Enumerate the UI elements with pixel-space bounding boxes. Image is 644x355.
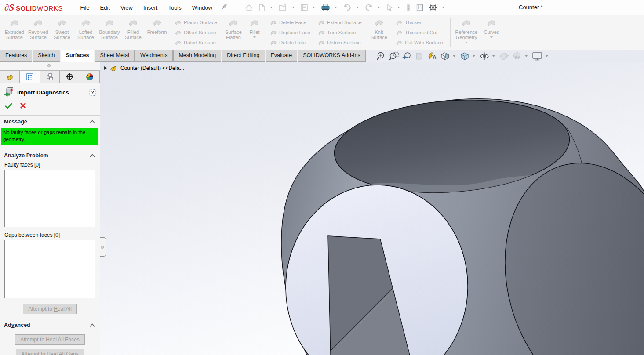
select-button[interactable]: [384, 2, 395, 13]
properties-button[interactable]: [414, 2, 426, 13]
tab-mesh-modeling[interactable]: Mesh Modeling: [173, 50, 221, 62]
ribbon-curves-button[interactable]: Curves: [480, 15, 502, 50]
print-dropdown[interactable]: [335, 7, 337, 8]
faulty-faces-list[interactable]: [4, 170, 95, 227]
ribbon-extruded-surface-button[interactable]: Extruded Surface: [3, 15, 26, 50]
open-dropdown[interactable]: [292, 7, 295, 8]
print-button[interactable]: [319, 2, 332, 13]
view-orientation-dropdown[interactable]: [453, 55, 455, 57]
ribbon-replace-face-button[interactable]: Replace Face: [270, 28, 310, 37]
tab-sheet-metal[interactable]: Sheet Metal: [95, 50, 135, 62]
featuremanager-tab[interactable]: [0, 71, 20, 83]
redo-button[interactable]: [363, 2, 375, 13]
menu-tools[interactable]: Tools: [163, 1, 186, 14]
ribbon-thickened-cut-button[interactable]: Thickened Cut: [396, 28, 447, 37]
previous-view-icon[interactable]: [400, 51, 413, 62]
tab-weldments[interactable]: Weldments: [135, 50, 173, 62]
dimxpertmanager-tab[interactable]: [60, 71, 80, 83]
tab-sketch[interactable]: Sketch: [33, 50, 60, 62]
analyze-problem-group-header[interactable]: Analyze Problem: [0, 149, 100, 161]
options-gear-button[interactable]: [427, 2, 439, 13]
display-style-icon[interactable]: [458, 51, 471, 62]
view-settings-icon[interactable]: [531, 51, 544, 62]
propertymanager-tab[interactable]: [20, 71, 40, 83]
menu-window[interactable]: Window: [187, 1, 218, 14]
mouse-gestures-icon[interactable]: [404, 2, 413, 13]
section-view-icon[interactable]: [413, 51, 426, 62]
ribbon-offset-surface-button[interactable]: Offset Surface: [175, 28, 220, 37]
zoom-to-area-icon[interactable]: [388, 51, 400, 62]
ribbon-surface-flatten-button[interactable]: Surface Flatten: [222, 15, 245, 50]
panel-splitter-horizontal[interactable]: [0, 62, 100, 70]
redo-dropdown[interactable]: [378, 7, 380, 8]
ribbon-thicken-button[interactable]: Thicken: [396, 18, 447, 27]
counter-3d-model[interactable]: [100, 62, 644, 355]
ribbon-trim-surface-button[interactable]: Trim Surface: [318, 28, 366, 37]
ribbon-swept-surface-button[interactable]: Swept Surface: [50, 15, 74, 50]
gaps-between-faces-list[interactable]: [4, 240, 95, 298]
tab-features[interactable]: Features: [0, 50, 32, 62]
ribbon-ruled-surface-button[interactable]: Ruled Surface: [175, 38, 220, 47]
tab-solidworks-add-ins[interactable]: SOLIDWORKS Add-Ins: [298, 50, 366, 62]
tab-evaluate[interactable]: Evaluate: [266, 50, 298, 62]
new-document-button[interactable]: [256, 2, 267, 13]
help-icon[interactable]: ?: [89, 89, 96, 96]
ribbon-delete-hole-button[interactable]: Delete Hole: [270, 38, 310, 47]
save-button[interactable]: [298, 2, 310, 13]
ribbon-extend-surface-button[interactable]: Extend Surface: [318, 18, 366, 27]
panel-splitter-vertical[interactable]: [100, 237, 106, 257]
ribbon-cut-with-surface-button[interactable]: Cut With Surface: [396, 38, 447, 47]
save-dropdown[interactable]: [313, 7, 315, 8]
configurationmanager-tab[interactable]: [40, 71, 60, 83]
new-document-dropdown[interactable]: [270, 7, 273, 8]
expand-arrow-icon[interactable]: [104, 66, 107, 70]
feature-tree-root-label[interactable]: Counter (Default) <<Defa...: [120, 65, 184, 71]
open-button[interactable]: [277, 2, 289, 13]
view-settings-dropdown[interactable]: [546, 55, 548, 57]
options-dropdown[interactable]: [442, 7, 444, 8]
ok-check-icon[interactable]: [4, 102, 13, 111]
tab-surfaces[interactable]: Surfaces: [61, 50, 95, 62]
tab-direct-editing[interactable]: Direct Editing: [222, 50, 265, 62]
ribbon-delete-face-button[interactable]: Delete Face: [270, 18, 310, 27]
message-group-header[interactable]: Message: [0, 116, 100, 127]
flyout-feature-tree[interactable]: Counter (Default) <<Defa...: [104, 64, 184, 72]
graphics-viewport[interactable]: Counter (Default) <<Defa...: [100, 62, 644, 355]
attempt-to-heal-all-faces-button[interactable]: Attempt to Heal All Faces: [15, 334, 85, 345]
edit-appearance-icon[interactable]: [498, 51, 510, 62]
ribbon-fillet-button[interactable]: Fillet: [245, 15, 264, 50]
ribbon-untrim-surface-button[interactable]: Untrim Surface: [318, 38, 366, 47]
curves-dropdown[interactable]: [490, 36, 493, 38]
select-dropdown[interactable]: [397, 7, 400, 8]
hide-show-items-icon[interactable]: [478, 51, 491, 62]
fillet-dropdown[interactable]: [253, 36, 256, 38]
ribbon-planar-surface-button[interactable]: Planar Surface: [175, 18, 220, 27]
ribbon-reference-geometry-button[interactable]: Reference Geometry: [452, 15, 480, 50]
attempt-to-heal-all-button[interactable]: Attempt to Heal All: [23, 304, 77, 314]
menu-insert[interactable]: Insert: [138, 1, 163, 14]
menu-view[interactable]: View: [115, 1, 138, 14]
zoom-to-fit-icon[interactable]: [375, 51, 387, 62]
attempt-to-heal-all-gaps-button[interactable]: Attempt to Heal All Gaps: [16, 349, 84, 355]
home-button[interactable]: [243, 2, 255, 13]
hide-show-items-dropdown[interactable]: [492, 55, 495, 57]
menu-edit[interactable]: Edit: [95, 1, 115, 14]
apply-scene-icon[interactable]: [511, 51, 523, 62]
hide-show-annotations-icon[interactable]: A: [426, 51, 438, 62]
undo-button[interactable]: [341, 2, 353, 13]
display-style-dropdown[interactable]: [473, 55, 475, 57]
view-orientation-icon[interactable]: [439, 51, 451, 62]
cancel-x-icon[interactable]: [19, 102, 27, 111]
ribbon-lofted-surface-button[interactable]: Lofted Surface: [74, 15, 98, 50]
ribbon-boundary-surface-button[interactable]: Boundary Surface: [98, 15, 121, 50]
undo-dropdown[interactable]: [356, 7, 359, 8]
displaymanager-tab[interactable]: [80, 71, 100, 83]
ribbon-filled-surface-button[interactable]: Filled Surface: [121, 15, 145, 50]
pin-menu-icon[interactable]: [220, 3, 228, 12]
ribbon-revolved-surface-button[interactable]: Revolved Surface: [26, 15, 50, 50]
advanced-group-header[interactable]: Advanced: [0, 319, 100, 330]
ribbon-freeform-button[interactable]: Freeform: [145, 15, 169, 50]
reference-geometry-dropdown[interactable]: [465, 42, 468, 43]
menu-file[interactable]: File: [75, 1, 95, 14]
apply-scene-dropdown[interactable]: [525, 55, 528, 57]
